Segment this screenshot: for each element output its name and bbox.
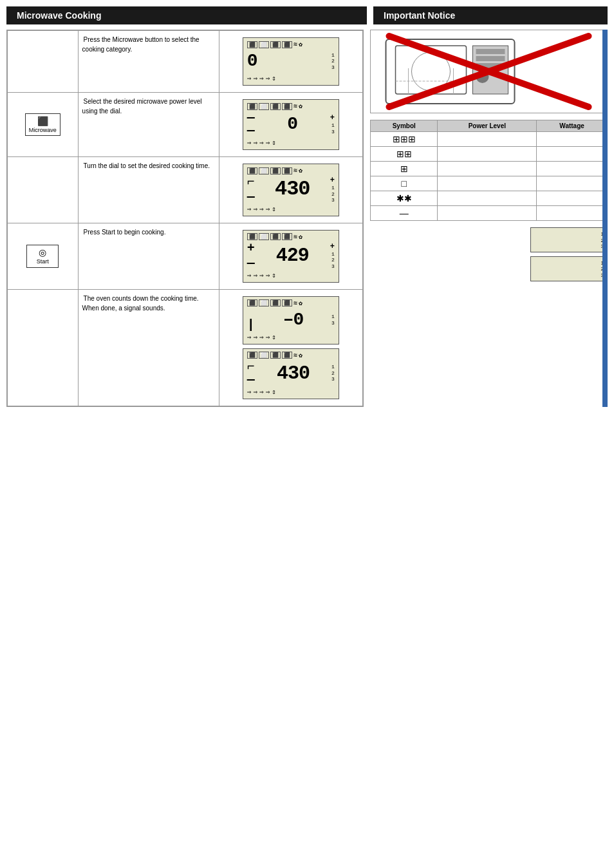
lcd-icon: ⬜ [259,299,269,307]
lcd-top-icons-2: ⬛ ⬜ ⬛ ⬛ ≋ ✿ [247,102,335,110]
lcd-dash-5a: | [247,308,255,332]
power-symbol-warm: — [371,206,438,221]
lcd-display-4: ⬛ ⬜ ⬛ ⬛ ≋ ✿ + — [243,230,339,283]
power-wattage-med-high [537,147,608,162]
lcd-icon: ⬜ [259,352,269,359]
low-power-icon: □ [401,178,406,189]
lcd-main-2: — — 0 + 1 3 [247,111,335,137]
microwave-symbol: ⬛ [29,115,57,127]
lcd-levels-5b: 1 2 3 [331,364,335,382]
lcd-icon: ⬛ [270,233,281,240]
power-level-high [438,132,537,147]
power-wattage-low [537,176,608,191]
table-row: Press the Microwave button to select the… [8,31,363,93]
step5-desc: The oven counts down the cooking time. W… [78,289,219,406]
step5-display: ⬛ ⬜ ⬛ ⬛ ≋ ✿ | [219,289,362,406]
power-wattage-med [537,162,608,176]
step4-display: ⬛ ⬜ ⬛ ⬛ ≋ ✿ + — [219,223,362,289]
power-wattage-warm [537,206,608,221]
microwave-button-icon[interactable]: ⬛ Microwave [25,113,60,137]
power-level-med-high [438,147,537,162]
lcd-top-icons-4: ⬛ ⬜ ⬛ ⬛ ≋ ✿ [247,233,335,241]
main-layout: Press the Microwave button to select the… [6,30,608,407]
lcd-levels-3: 1 2 3 [331,185,335,203]
power-wattage-defrost [537,191,608,206]
lcd-icon: ⬛ [247,167,257,175]
lcd-dash-left-3: ⌐ — [247,176,255,203]
lcd-icon: ⬛ [247,103,257,110]
lcd-icon: ⬛ [247,41,257,48]
table-row: The oven counts down the cooking time. W… [8,289,363,406]
lcd-top-icons-3: ⬛ ⬜ ⬛ ⬛ ≋ ✿ [247,167,335,175]
lcd-star-icon: ✿ [299,102,302,110]
lcd-display-5b: ⬛ ⬜ ⬛ ⬛ ≋ ✿ ⌐ — [243,348,339,399]
power-level-warm [438,206,537,221]
table-row: □ [371,176,608,191]
lcd-star-icon: ✿ [299,299,302,307]
table-row: ✱✱ [371,191,608,206]
lcd-bottom-4: ⇒ ⇒ ⇒ ⇒ ⇕ [247,271,335,279]
lcd-wave-icon: ≋ [293,167,297,175]
lcd-bottom-5a: ⇒ ⇒ ⇒ ⇒ ⇕ [247,333,335,341]
lcd-star-icon: ✿ [299,167,302,175]
lcd-bottom-1: ⇒ ⇒ ⇒ ⇒ ⇕ [247,74,335,82]
lcd-levels-5a: 1 3 [331,314,335,326]
lcd-top-icons-1: ⬛ ⬜ ⬛ ⬛ ≋ ✿ [247,41,335,48]
lcd-star-icon: ✿ [299,41,302,48]
lcd-display-3: ⬛ ⬜ ⬛ ⬛ ≋ ✿ ⌐ — [243,164,339,216]
lcd-star-icon: ✿ [299,352,302,359]
med-power-icon: ⊞ [400,164,408,174]
lcd-icon: ⬛ [270,167,281,175]
power-wattage-high [537,132,608,147]
table-row: — [371,206,608,221]
svg-rect-4 [476,49,505,54]
power-symbol-defrost: ✱✱ [371,191,438,206]
start-label: Start [30,258,55,266]
start-button-icon[interactable]: ◎ Start [26,245,59,268]
lcd-plus-2: + [330,113,335,122]
lcd-dash-left-4: + — [247,242,255,270]
lcd-icon: ⬛ [282,299,292,307]
lcd-right-5a: 1 3 [331,314,335,326]
step2-display: ⬛ ⬜ ⬛ ⬛ ≋ ✿ — — [219,93,362,157]
lcd-right-4: + 1 2 3 [330,242,335,270]
lcd-right-3: + 1 2 3 [330,176,335,203]
step4-desc: Press Start to begin cooking. [78,223,219,289]
lcd-top-icons-5a: ⬛ ⬜ ⬛ ⬛ ≋ ✿ [247,299,335,307]
lcd-wave-icon: ≋ [293,41,297,48]
col-symbol-header: Symbol [371,120,438,132]
lcd-icon: ⬛ [282,41,292,48]
med-high-power-icon: ⊞⊞ [396,149,412,159]
step2-icon-cell: ⬛ Microwave [8,93,79,157]
lcd-icon: ⬛ [247,233,257,240]
power-symbol-low: □ [371,176,438,191]
power-level-low [438,176,537,191]
step5-icon-cell [8,289,79,406]
table-row: ⊞ [371,162,608,176]
lcd-bottom-2: ⇒ ⇒ ⇒ ⇒ ⇕ [247,138,335,147]
lcd-main-5a: | –0 1 3 [247,308,335,332]
lcd-main-4: + — 429 + 1 2 3 [247,242,335,270]
warm-power-icon: — [400,208,409,218]
table-row: Turn the dial to set the desired cooking… [8,157,363,223]
step4-icon-cell: ◎ Start [8,223,79,289]
steps-table: Press the Microwave button to select the… [7,30,363,406]
lcd-icon: ⬛ [270,103,281,110]
power-symbol-high: ⊞⊞⊞ [371,132,438,147]
microwave-label: Microwave [29,127,57,135]
lcd-icon: ⬜ [259,233,269,240]
lcd-icon: ⬛ [270,41,281,48]
step1-icon-cell [8,31,79,93]
lcd-icon: ⬛ [282,103,292,110]
lcd-display-1: ⬛ ⬜ ⬛ ⬛ ≋ ✿ 0 1 [243,37,339,86]
power-level-med [438,162,537,176]
lcd-levels-2: 1 3 [331,122,335,135]
microwave-diagram [373,33,604,110]
right-panel: Symbol Power Level Wattage ⊞⊞⊞ [370,30,608,407]
lcd-number-1: 0 [247,52,257,70]
start-symbol: ◎ [30,247,55,258]
header-bar: Microwave Cooking Important Notice [6,6,608,24]
lcd-bottom-5b: ⇒ ⇒ ⇒ ⇒ ⇕ [247,388,335,396]
header-right-title: Important Notice [373,6,608,24]
col-wattage-header: Wattage [537,120,608,132]
